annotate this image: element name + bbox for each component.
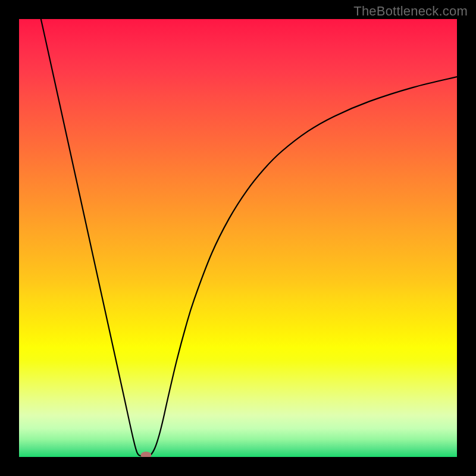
chart-frame: TheBottleneck.com — [0, 0, 476, 476]
bottleneck-curve-canvas — [19, 19, 457, 457]
watermark-label: TheBottleneck.com — [353, 4, 468, 19]
plot-area — [19, 19, 457, 457]
